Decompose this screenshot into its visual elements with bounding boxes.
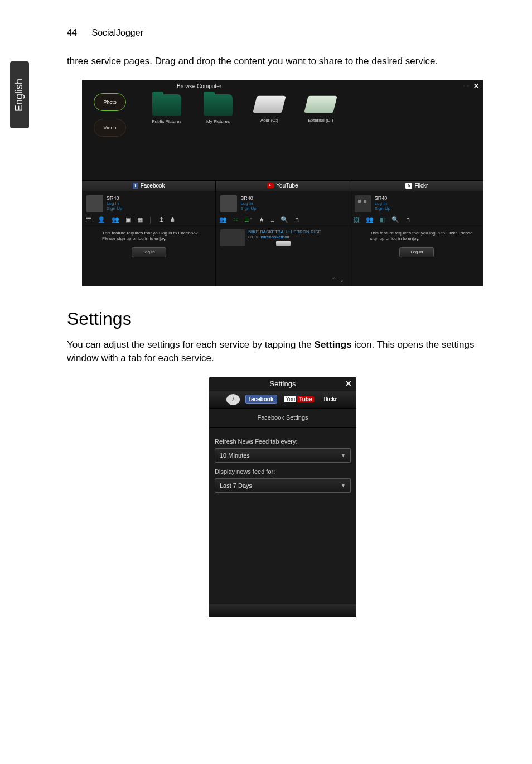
tab-flickr[interactable]: flickr <box>322 395 340 403</box>
signup-link[interactable]: Sign Up <box>240 206 256 211</box>
refresh-value: 10 Minutes <box>220 452 250 459</box>
category-photo[interactable]: Photo <box>94 93 126 111</box>
photos-icon[interactable]: 🖼 <box>354 217 360 223</box>
drive-public-pictures[interactable]: Public Pictures <box>149 94 185 124</box>
tab-info[interactable]: i <box>226 394 240 405</box>
separator-icon: │ <box>149 217 153 223</box>
panel-facebook: f Facebook SR40 Log In Sign Up 🗔 � <box>82 180 215 286</box>
tab-facebook[interactable]: facebook <box>245 395 278 404</box>
min-icon[interactable]: ▫ <box>463 83 465 88</box>
search-icon[interactable]: 🔍 <box>280 216 288 223</box>
facebook-icon: f <box>133 183 138 189</box>
flickr-icon: fr <box>405 183 412 189</box>
person-icon[interactable]: 👤 <box>98 216 105 223</box>
video-duration: 01:33 <box>248 234 259 239</box>
avatar <box>355 195 371 212</box>
refresh-label: Refresh News Feed tab every: <box>215 438 351 445</box>
settings-text-bold: Settings <box>315 339 352 350</box>
share-screenshot: Browse Computer ▫ ▫ ✕ Photo Video Public… <box>82 80 483 286</box>
panel-flickr: fr Flickr SR40 Log In Sign Up 🖼 👥 <box>350 180 483 286</box>
share-icon[interactable]: ⋔ <box>405 216 410 223</box>
video-thumbnail <box>220 229 245 246</box>
chevron-up-icon[interactable]: ⌃ <box>332 277 336 283</box>
user-name: SR40 <box>240 195 256 201</box>
drive-my-pictures[interactable]: My Pictures <box>200 94 236 124</box>
youtube-video-row[interactable]: NIKE BASKETBALL: LEBRON RISE 01:33 nikeb… <box>216 226 349 249</box>
window-controls: ▫ ▫ <box>463 83 469 88</box>
favorites-icon[interactable]: ★ <box>259 216 264 223</box>
external-drive-icon <box>304 95 337 113</box>
user-name: SR40 <box>375 195 390 201</box>
display-dropdown[interactable]: Last 7 Days ▼ <box>215 478 351 493</box>
youtube-tube: Tube <box>297 396 313 402</box>
settings-footer <box>209 604 356 617</box>
language-tab-label: English <box>14 78 26 111</box>
settings-subheading: Facebook Settings <box>209 409 356 428</box>
video-channel: nikebasketball <box>261 234 289 239</box>
settings-text-pre: You can adjust the settings for each ser… <box>67 339 315 350</box>
panel-title-text: Facebook <box>141 181 165 191</box>
page-number: 44 <box>67 28 89 38</box>
harddisk-icon <box>253 95 286 113</box>
drive-label: Acer (C:) <box>252 118 287 123</box>
folder-icon <box>204 94 233 116</box>
settings-titlebar: Settings ✕ <box>209 377 356 391</box>
facebook-toolbar: 🗔 👤 👥 ▣ ▦ │ ↥ ⋔ <box>82 214 215 226</box>
drive-label: Public Pictures <box>149 119 185 124</box>
login-link[interactable]: Log In <box>375 201 387 206</box>
signup-link[interactable]: Sign Up <box>107 206 122 211</box>
youtube-toolbar: 👥 ≍ ≣⁺ ★ ≡ 🔍 ⋔ <box>216 214 349 226</box>
tab-youtube[interactable]: YouTube <box>283 395 316 403</box>
calendar-icon[interactable]: ▦ <box>137 216 143 223</box>
login-link[interactable]: Log In <box>240 201 253 206</box>
facebook-login-button[interactable]: Log In <box>132 247 166 257</box>
youtube-you: You <box>284 396 296 402</box>
login-link[interactable]: Log In <box>107 201 119 206</box>
contacts-icon[interactable]: 👥 <box>366 216 374 223</box>
panel-title-flickr: fr Flickr <box>350 181 483 191</box>
chevron-down-icon[interactable]: ⌄ <box>340 277 344 283</box>
settings-heading: Settings <box>67 309 499 329</box>
drive-external-d[interactable]: External (D:) <box>303 94 338 124</box>
subscriptions-icon[interactable]: ≣⁺ <box>244 216 253 223</box>
share-icon[interactable]: ⋔ <box>170 216 175 223</box>
refresh-dropdown[interactable]: 10 Minutes ▼ <box>215 448 351 463</box>
friends-icon[interactable]: 👥 <box>112 216 119 223</box>
photo-icon[interactable]: ▣ <box>125 216 131 223</box>
avatar <box>220 195 237 212</box>
flickr-toolbar: 🖼 👥 ◧ 🔍 ⋔ <box>350 214 483 226</box>
settings-screenshot: Settings ✕ i facebook YouTube flickr Fac… <box>209 377 356 617</box>
user-name: SR40 <box>107 195 122 201</box>
settings-title: Settings <box>270 379 296 388</box>
video-title: NIKE BASKETBALL: LEBRON RISE <box>248 229 321 234</box>
featured-icon[interactable]: 👥 <box>219 216 227 223</box>
search-icon[interactable]: 🔍 <box>391 216 399 223</box>
language-tab: English <box>10 61 29 128</box>
news-icon[interactable]: 🗔 <box>85 217 91 223</box>
signup-link[interactable]: Sign Up <box>375 206 390 211</box>
share-icon[interactable]: ⋔ <box>294 216 299 223</box>
browse-computer-label: Browse Computer <box>177 83 221 89</box>
display-value: Last 7 Days <box>220 482 252 489</box>
panel-youtube: YouTube SR40 Log In Sign Up 👥 ≍ ≣⁺ <box>215 180 349 286</box>
display-label: Display news feed for: <box>215 468 351 475</box>
groups-icon[interactable]: ◧ <box>380 216 385 223</box>
avatar <box>86 195 103 212</box>
flickr-login-button[interactable]: Log In <box>399 247 434 257</box>
trending-icon[interactable]: ≍ <box>233 216 238 223</box>
youtube-logo-icon <box>276 241 291 246</box>
page-header: 44 SocialJogger <box>67 28 499 38</box>
close-icon[interactable]: ✕ <box>473 82 479 90</box>
max-icon[interactable]: ▫ <box>467 83 469 88</box>
close-icon[interactable]: ✕ <box>345 379 352 388</box>
chevron-down-icon: ▼ <box>341 453 346 458</box>
panel-title-text: YouTube <box>276 181 298 191</box>
chevron-down-icon: ▼ <box>341 483 346 488</box>
upload-icon[interactable]: ↥ <box>159 216 164 223</box>
drive-acer-c[interactable]: Acer (C:) <box>252 94 287 124</box>
category-video[interactable]: Video <box>94 119 126 137</box>
panel-title-facebook: f Facebook <box>82 181 215 191</box>
playlists-icon[interactable]: ≡ <box>270 217 274 223</box>
flickr-notice: This feature requires that you log in to… <box>350 226 483 244</box>
panel-title-youtube: YouTube <box>216 181 349 191</box>
